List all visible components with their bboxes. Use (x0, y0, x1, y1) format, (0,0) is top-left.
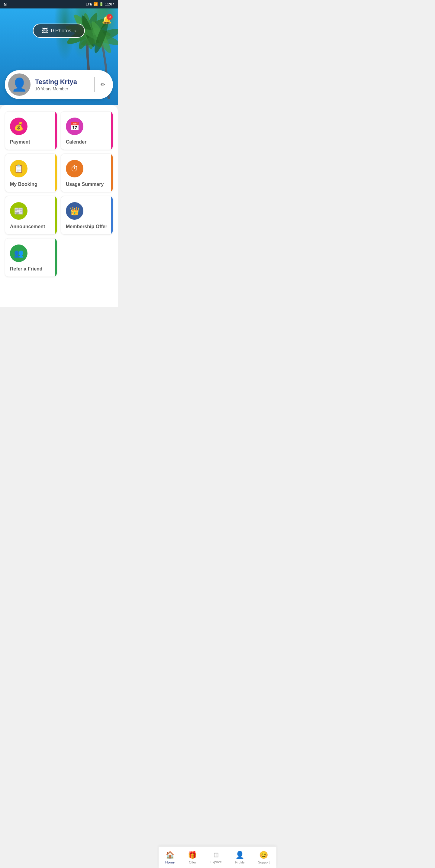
usage-label: Usage Summary (66, 182, 104, 187)
calendar-icon: 📅 (70, 122, 79, 131)
photo-icon: 🖼 (42, 27, 48, 34)
edit-icon: ✏ (101, 81, 105, 88)
menu-card-refer-friend[interactable]: 👥 Refer a Friend (5, 238, 57, 277)
payment-label: Payment (10, 139, 30, 145)
menu-card-announcement[interactable]: 📰 Announcement (5, 196, 57, 235)
main-content: 💰 Payment 📅 Calender 📋 My Booking ⏱ Usag… (0, 105, 118, 307)
photos-pill[interactable]: 🖼 0 Photos › (33, 24, 85, 38)
usage-icon: ⏱ (71, 164, 78, 174)
card-divider (94, 77, 95, 92)
menu-card-usage-summary[interactable]: ⏱ Usage Summary (61, 154, 113, 192)
photos-label: 0 Photos (51, 28, 71, 34)
menu-card-membership-offer[interactable]: 👑 Membership Offer (61, 196, 113, 235)
avatar-person-icon: 👤 (11, 78, 27, 91)
carrier-logo: N (4, 2, 7, 7)
notification-button[interactable]: 🔔 0 (100, 13, 113, 27)
announcement-label: Announcement (10, 224, 45, 229)
edit-profile-button[interactable]: ✏ (97, 79, 108, 90)
booking-icon: 📋 (14, 164, 24, 174)
lte-icon: LTE (86, 2, 92, 6)
hero-banner: 🔔 0 🖼 0 Photos › 👤 Testing Krtya 10 Year… (0, 8, 118, 105)
user-info: Testing Krtya 10 Years Member (31, 78, 92, 91)
booking-icon-circle: 📋 (10, 160, 28, 178)
menu-grid: 💰 Payment 📅 Calender 📋 My Booking ⏱ Usag… (5, 111, 113, 277)
carrier-info: N (4, 2, 7, 7)
membership-label: Membership Offer (66, 224, 107, 229)
user-profile-card[interactable]: 👤 Testing Krtya 10 Years Member ✏ (5, 70, 113, 99)
status-bar: N LTE 📶 🔋 11:07 (0, 0, 118, 8)
user-name: Testing Krtya (35, 78, 88, 86)
clock: 11:07 (105, 2, 114, 6)
calendar-icon-circle: 📅 (66, 118, 83, 135)
membership-icon: 👑 (70, 207, 79, 216)
menu-card-payment[interactable]: 💰 Payment (5, 111, 57, 150)
menu-card-calendar[interactable]: 📅 Calender (61, 111, 113, 150)
refer-label: Refer a Friend (10, 266, 43, 272)
refer-icon: 👥 (14, 249, 24, 258)
booking-label: My Booking (10, 182, 37, 187)
signal-icon: 📶 (93, 2, 98, 6)
menu-card-my-booking[interactable]: 📋 My Booking (5, 154, 57, 192)
user-membership: 10 Years Member (35, 87, 88, 91)
photos-arrow: › (74, 28, 76, 34)
bell-icon: 🔔 0 (102, 15, 111, 25)
battery-icon: 🔋 (99, 2, 104, 6)
refer-icon-circle: 👥 (10, 245, 28, 262)
payment-icon-circle: 💰 (10, 118, 28, 135)
announcement-icon-circle: 📰 (10, 202, 28, 220)
avatar: 👤 (7, 72, 31, 97)
calendar-label: Calender (66, 139, 87, 145)
status-right: LTE 📶 🔋 11:07 (86, 2, 114, 6)
notification-badge: 0 (107, 14, 113, 20)
payment-icon: 💰 (14, 122, 24, 131)
usage-icon-circle: ⏱ (66, 160, 83, 178)
announcement-icon: 📰 (14, 207, 24, 216)
membership-icon-circle: 👑 (66, 202, 83, 220)
